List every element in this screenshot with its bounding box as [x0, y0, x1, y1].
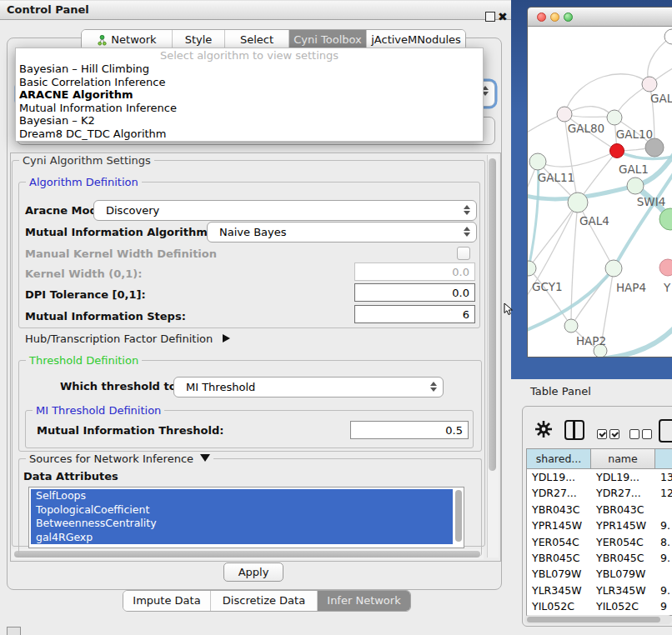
table-cell[interactable]: YER054C [591, 534, 655, 550]
data-attributes-list[interactable]: SelfLoopsTopologicalCoefficientBetweenne… [28, 487, 464, 548]
network-node-swi4[interactable] [627, 178, 644, 194]
network-node-gal4[interactable] [568, 192, 588, 212]
table-cell[interactable]: YDR27... [527, 485, 591, 501]
table-column-header[interactable] [655, 449, 672, 468]
table-cell[interactable]: YDL19... [527, 469, 591, 485]
table-cell[interactable]: YDL19... [591, 469, 655, 485]
data-attribute-item[interactable]: TopologicalCoefficient [31, 503, 453, 518]
which-threshold-combobox[interactable]: MI Threshold [173, 377, 444, 398]
table-cell[interactable]: YIL052C [527, 598, 591, 614]
table-cell[interactable]: YIL052C [591, 598, 655, 614]
mi-algorithm-type-combobox[interactable]: Naive Bayes [207, 222, 477, 242]
table-cell[interactable]: 9 [655, 598, 672, 614]
table-cell[interactable]: 13 [655, 469, 672, 485]
table-cell[interactable]: YLR345W [527, 582, 591, 598]
network-window[interactable]: GAL7GAL80GAL10GAL1GAL11SWI4GAL4GCY1HAP4Y… [527, 7, 672, 358]
table-row[interactable]: YDR27...YDR27...12 [527, 485, 672, 501]
table-row[interactable]: YBR043CYBR043C [527, 502, 672, 518]
table-cell[interactable]: 9. [655, 550, 672, 566]
table-cell[interactable] [655, 566, 672, 582]
sources-group-title[interactable]: Sources for Network Inference [26, 452, 213, 465]
table-row[interactable]: YBL079WYBL079W [527, 566, 672, 582]
table-cell[interactable]: 12 [655, 485, 672, 501]
table-cell[interactable]: 8. [655, 534, 672, 550]
tab-infer-network[interactable]: Infer Network [318, 591, 410, 611]
table-cell[interactable]: YPR145W [527, 518, 591, 533]
table-cell[interactable]: YDR27... [591, 485, 655, 501]
minimized-panel-icon[interactable] [7, 627, 21, 635]
tab-discretize-data[interactable]: Discretize Data [211, 591, 318, 611]
network-node-y[interactable] [659, 259, 672, 276]
table-row[interactable]: YLR345WYLR345W9. [527, 582, 672, 598]
kernel-width-field: 0.0 [354, 262, 475, 281]
list-scrollbar-thumb[interactable] [455, 490, 462, 542]
table-cell[interactable]: YBR043C [591, 502, 655, 518]
node-table[interactable]: shared...name YDL19...YDL19...13YDR27...… [526, 448, 672, 616]
zoom-window-icon[interactable] [564, 12, 573, 22]
manual-kernel-width-checkbox[interactable] [457, 247, 470, 260]
minimize-window-icon[interactable] [550, 12, 559, 22]
table-cell[interactable]: YBL079W [591, 566, 655, 582]
network-node-gal10[interactable] [607, 110, 622, 125]
close-window-icon[interactable] [537, 12, 546, 22]
table-panel-title: Table Panel [530, 385, 591, 398]
dpi-tolerance-field[interactable]: 0.0 [354, 283, 475, 302]
deselect-all-checkboxes-icon[interactable] [629, 427, 654, 442]
network-node[interactable] [645, 138, 664, 157]
aracne-mode-combobox[interactable]: Discovery [93, 200, 477, 221]
table-row[interactable]: YIL052CYIL052C9 [527, 598, 672, 614]
apply-button[interactable]: Apply [223, 562, 283, 582]
table-row[interactable]: YPR145WYPR145W9. [527, 518, 672, 533]
table-cell[interactable]: YPR145W [591, 518, 655, 533]
algorithm-option[interactable]: Mutual Information Inference [16, 102, 483, 115]
spinner-icon [463, 226, 471, 238]
algorithm-option[interactable]: Basic Correlation Inference [16, 76, 483, 89]
table-column-header[interactable]: shared... [527, 449, 591, 468]
spinner-icon [429, 381, 438, 392]
network-edge-highlighted [617, 151, 672, 159]
network-canvas[interactable]: GAL7GAL80GAL10GAL1GAL11SWI4GAL4GCY1HAP4Y… [528, 27, 672, 357]
column-visibility-icon[interactable] [564, 420, 584, 440]
table-cell[interactable]: YER054C [527, 534, 591, 550]
algorithm-option[interactable]: Bayesian – K2 [16, 114, 483, 128]
table-cell[interactable]: YBR043C [527, 502, 591, 518]
network-node-gal7[interactable] [642, 77, 657, 92]
manual-kernel-width-label: Manual Kernel Width Definition [25, 248, 217, 260]
select-all-checkboxes-icon[interactable] [597, 427, 622, 442]
algorithm-option[interactable]: Bayesian – Hill Climbing [16, 62, 483, 76]
network-node-gcy1[interactable] [528, 261, 536, 276]
table-cell[interactable]: YBL079W [527, 566, 591, 582]
gear-icon[interactable] [534, 420, 553, 438]
table-column-header[interactable]: name [591, 449, 655, 468]
document-icon[interactable] [659, 419, 672, 442]
table-cell[interactable] [655, 502, 672, 518]
close-panel-icon[interactable]: ✖ [498, 10, 508, 23]
vertical-scrollbar-thumb[interactable] [489, 158, 496, 471]
table-cell[interactable]: YBR045C [527, 550, 591, 566]
network-node-hap4[interactable] [605, 260, 622, 277]
data-attribute-item[interactable]: SelfLoops [31, 489, 453, 503]
hub-definition-toggle[interactable]: Hub/Transcription Factor Definition [25, 332, 230, 345]
network-node-gal80[interactable] [557, 107, 572, 122]
network-node-label: GAL11 [538, 171, 574, 184]
network-node-hap2[interactable] [564, 319, 578, 332]
data-attribute-item[interactable]: gal4RGexp [31, 531, 453, 545]
table-row[interactable]: YBR045CYBR045C9. [527, 550, 672, 566]
table-row[interactable]: YDL19...YDL19...13 [527, 469, 672, 485]
table-cell[interactable]: 9. [655, 582, 672, 598]
algorithm-option[interactable]: Dream8 DC_TDC Algorithm [16, 128, 483, 141]
table-cell[interactable]: 9. [655, 518, 672, 533]
network-node-gal1[interactable] [610, 144, 624, 158]
float-panel-icon[interactable] [485, 12, 495, 22]
tab-impute-data[interactable]: Impute Data [123, 591, 211, 611]
network-window-titlebar[interactable] [528, 8, 672, 27]
mi-threshold-field[interactable]: 0.5 [350, 421, 469, 439]
table-row[interactable]: YER054CYER054C8. [527, 534, 672, 550]
table-cell[interactable]: YBR045C [591, 550, 655, 566]
table-cell[interactable]: YLR345W [591, 582, 655, 598]
algorithm-option[interactable]: ARACNE Algorithm [16, 88, 483, 102]
data-attribute-item[interactable]: BetweennessCentrality [31, 517, 453, 531]
mi-steps-field[interactable]: 6 [354, 305, 475, 323]
table-horizontal-scrollbar-thumb[interactable] [527, 617, 660, 622]
network-node-gal11[interactable] [529, 153, 546, 170]
